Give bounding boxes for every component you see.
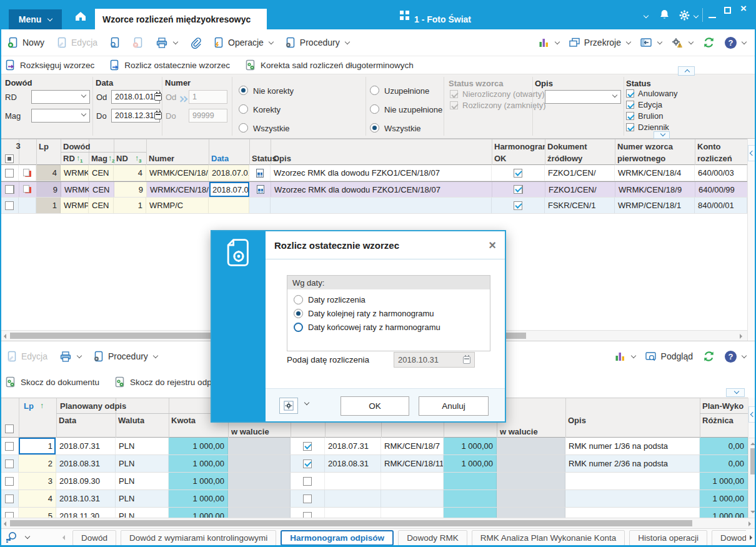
checkbox-anulowany[interactable] [626, 89, 634, 98]
document-tab[interactable]: Wzorce rozliczeń międzyokresowyc [95, 9, 267, 29]
numer-od-input[interactable]: 1 [189, 90, 227, 104]
table-row[interactable]: 9WRMKCEN9WRMK/CEN/18/92018.07.01Wzorzec … [0, 181, 749, 198]
calendar-icon[interactable] [154, 93, 162, 101]
select-cell[interactable] [0, 490, 19, 507]
bottom-tab-2[interactable]: Dowód z wymiarami kontrolingowymi [121, 530, 276, 546]
row-select-checkbox[interactable] [5, 494, 14, 503]
edit-button[interactable]: Edycja [56, 37, 97, 48]
data-cell[interactable]: 2018.07.01 [209, 182, 250, 197]
quick-search-button[interactable] [5, 531, 29, 543]
scroll-thumb[interactable] [10, 520, 692, 526]
refresh-button-2[interactable] [702, 350, 715, 363]
app-grid-icon[interactable] [400, 11, 409, 20]
rozlicz-ostatecznie-button[interactable]: Rozlicz ostatecznie wzorzec [109, 59, 230, 71]
select-cell[interactable] [0, 508, 19, 518]
attachments-button[interactable] [189, 37, 201, 49]
tabs-scroll-left[interactable] [60, 535, 65, 540]
bottom-tab-1[interactable]: Dowód [72, 530, 116, 546]
settlement-date-input[interactable]: 2018.10.31 [394, 352, 475, 368]
lp-cell[interactable]: 1 [19, 438, 56, 454]
row-select-checkbox[interactable] [5, 459, 14, 468]
wykonany-select-cell[interactable] [291, 473, 325, 489]
row-select-checkbox[interactable] [5, 512, 14, 518]
operations-button[interactable]: Operacje [213, 37, 273, 48]
chart-view-button-2[interactable] [614, 351, 635, 362]
menu-button[interactable]: Menu [9, 9, 62, 29]
bottom-tab-7[interactable]: Dowody podłączone [712, 530, 746, 546]
company-selector[interactable]: 1 - Foto Świat [414, 9, 471, 29]
settings-warning-button[interactable] [671, 37, 693, 49]
harmonogram-ok-checkbox[interactable] [514, 169, 522, 178]
data-do-input[interactable]: 2018.12.31 [111, 109, 160, 123]
harmonogram-ok-checkbox[interactable] [514, 185, 522, 194]
filter-collapse-button[interactable] [678, 66, 695, 76]
row-select-checkbox[interactable] [5, 442, 14, 451]
skocz-do-dokumentu-button[interactable]: Skocz do dokumentu [5, 376, 99, 388]
select-all-checkbox[interactable] [5, 154, 14, 163]
ok-button[interactable]: OK [341, 396, 409, 416]
checkbox-nierozliczony[interactable] [450, 90, 458, 98]
checkbox-rozliczony[interactable] [450, 101, 458, 109]
wykonany-checkbox[interactable] [303, 512, 312, 518]
refresh-button[interactable] [702, 36, 715, 49]
wykonany-checkbox[interactable] [303, 442, 312, 451]
minimize-button[interactable] [709, 10, 716, 25]
side-panel-button[interactable] [640, 37, 662, 48]
table-row[interactable]: 22018.08.31PLN1 000,002018.08.31RMK/CEN/… [0, 455, 748, 473]
wykonany-select-cell[interactable] [291, 490, 325, 507]
checkbox-edycja[interactable] [626, 101, 634, 109]
checkbox-brulion[interactable] [626, 112, 634, 120]
chart-view-button[interactable] [538, 37, 559, 48]
bottom-hscrollbar[interactable] [0, 518, 756, 528]
procedures-button[interactable]: Procedury [285, 37, 349, 48]
wykonany-checkbox[interactable] [303, 494, 312, 503]
delete-doc-button[interactable] [132, 37, 144, 48]
maximize-button[interactable] [724, 3, 731, 18]
procedures-button-2[interactable]: Procedury [93, 351, 157, 362]
scroll-right-arrow[interactable] [749, 521, 754, 526]
radio-daty-kolejnej[interactable] [294, 309, 303, 318]
settings-chevron[interactable] [692, 9, 698, 24]
wykonany-select-cell[interactable] [291, 438, 325, 454]
settings-button[interactable] [679, 8, 690, 23]
bottom-tab-3[interactable]: Harmonogram odpisów [281, 530, 394, 546]
row-select-checkbox[interactable] [5, 201, 14, 210]
select-cell[interactable] [0, 165, 19, 181]
edit-button-2[interactable]: Edycja [6, 351, 47, 362]
select-cell[interactable] [0, 455, 19, 472]
checkbox-dziennik[interactable] [626, 123, 634, 131]
print-button[interactable] [156, 37, 177, 49]
table-row[interactable]: 1WRMPCEN1WRMP/CFSKR/CEN/1WRMP/CEN/18/184… [0, 198, 747, 214]
bottom-tab-6[interactable]: Historia operacji [629, 530, 707, 546]
wykonany-select-cell[interactable] [291, 508, 325, 518]
table-row[interactable]: 52018.11.30PLN1 000,001 000,00 [0, 508, 748, 518]
wykonany-select-cell[interactable] [291, 455, 325, 472]
pane2-expand-button[interactable] [726, 388, 745, 397]
table-row[interactable]: 4WRMKCEN4WRMK/CEN/18/42018.07.01Wzorzec … [0, 165, 747, 181]
row-select-checkbox[interactable] [5, 169, 14, 178]
wykonany-checkbox[interactable] [303, 477, 312, 486]
radio-daty-rozliczenia[interactable] [294, 295, 303, 304]
bottom-tab-4[interactable]: Dowody RMK [398, 530, 467, 546]
cancel-button[interactable]: Anuluj [419, 396, 489, 416]
select-cell[interactable] [0, 473, 19, 489]
sections-button[interactable]: Przekroje [569, 37, 630, 48]
close-button[interactable]: × [740, 1, 747, 16]
preview-button[interactable]: Podgląd [645, 351, 693, 362]
table-row[interactable]: 12018.07.31PLN1 000,002018.07.31RMK/CEN/… [0, 438, 748, 455]
harmonogram-ok-checkbox[interactable] [514, 201, 522, 210]
radio-korekty[interactable] [239, 104, 248, 114]
print-button-2[interactable] [59, 351, 81, 363]
wykonany-checkbox[interactable] [303, 459, 312, 468]
select-all-checkbox[interactable] [5, 424, 14, 433]
radio-korekty-wszystkie[interactable] [239, 123, 248, 133]
dialog-settings-button[interactable] [279, 398, 298, 414]
radio-nie-korekty[interactable] [239, 86, 248, 95]
data-od-input[interactable]: 2018.01.01 [111, 90, 160, 104]
bottom-tab-5[interactable]: RMK Analiza Plan Wykonanie Konta [472, 530, 625, 546]
tabs-scroll-right[interactable] [750, 535, 755, 540]
table-row[interactable]: 42018.10.31PLN1 000,001 000,00 [0, 490, 748, 508]
scroll-right-arrow[interactable] [740, 334, 745, 339]
numer-do-input[interactable]: 99999 [189, 109, 227, 123]
scroll-left-arrow[interactable] [1, 334, 6, 339]
